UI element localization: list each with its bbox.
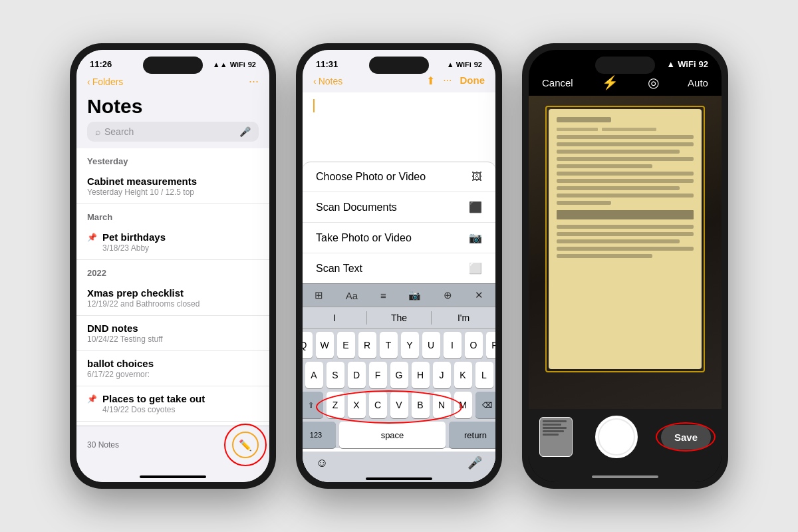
mic-icon-kb[interactable]: 🎤 [467, 456, 482, 470]
compose-button[interactable]: ✏️ [232, 432, 259, 458]
flash-icon[interactable]: ⚡ [602, 74, 618, 90]
lens-icon: ◎ [648, 74, 659, 90]
kb-row-2: A S D F G H J K L [305, 362, 493, 388]
key-o[interactable]: O [465, 332, 483, 358]
scan-text-label: Scan Text [316, 263, 362, 275]
key-t[interactable]: T [380, 332, 398, 358]
phone-note-editor: 11:31 ▲ WiFi 92 ‹ Notes ⬆ ··· Done [296, 43, 502, 489]
key-a[interactable]: A [305, 362, 323, 388]
key-v[interactable]: V [390, 392, 408, 418]
key-h[interactable]: H [412, 362, 430, 388]
camera-controls-top: Cancel ⚡ ◎ Auto [529, 72, 722, 96]
key-space[interactable]: space [339, 422, 446, 448]
suggestion-im[interactable]: I'm [432, 311, 495, 325]
editor-nav: ‹ Notes ⬆ ··· Done [303, 72, 495, 92]
pin-icon: 📌 [87, 233, 97, 242]
key-d[interactable]: D [348, 362, 366, 388]
key-f[interactable]: F [369, 362, 387, 388]
wifi-icon-3: WiFi [678, 59, 696, 69]
search-placeholder: Search [104, 126, 134, 137]
key-e[interactable]: E [337, 332, 355, 358]
menu-choose-photo[interactable]: Choose Photo or Video 🖼 [303, 162, 495, 192]
home-indicator-3 [592, 475, 658, 478]
home-indicator-2 [366, 477, 432, 480]
title-area: Notes ⌕ Search 🎤 [76, 94, 269, 148]
key-w[interactable]: W [316, 332, 334, 358]
status-icons-2: ▲ WiFi 92 [447, 61, 482, 68]
key-x[interactable]: X [348, 392, 366, 418]
mic-icon: 🎤 [239, 126, 251, 137]
back-to-notes[interactable]: ‹ Notes [313, 76, 342, 86]
key-m[interactable]: M [454, 392, 472, 418]
suggestion-i[interactable]: I [303, 311, 367, 325]
key-q[interactable]: Q [303, 332, 313, 358]
thumbnail-preview-content [540, 418, 572, 440]
menu-scan-documents[interactable]: Scan Documents ⬛ [303, 192, 495, 223]
scan-thumbnail[interactable] [539, 417, 573, 457]
list-icon[interactable]: ≡ [376, 289, 390, 303]
note-cabinet-measurements[interactable]: Cabinet measurements Yesterday Height 10… [76, 169, 269, 204]
take-photo-label: Take Photo or Video [316, 232, 412, 244]
key-s[interactable]: S [327, 362, 344, 388]
keyboard-toolbar: ⊞ Aa ≡ 📷 ⊕ ✕ [303, 283, 495, 307]
note-ballot-choices[interactable]: ballot choices 6/17/22 governor: [76, 351, 269, 386]
status-time-2: 11:31 [316, 59, 338, 69]
menu-take-photo[interactable]: Take Photo or Video 📷 [303, 223, 495, 253]
close-icon-kb[interactable]: ✕ [471, 288, 487, 303]
note-places-takeout[interactable]: 📌 Places to get take out 4/19/22 Dos coy… [76, 386, 269, 422]
editor-area[interactable]: Choose Photo or Video 🖼 Scan Documents ⬛… [303, 92, 495, 482]
key-return[interactable]: return [449, 422, 495, 448]
format-icon[interactable]: Aa [342, 289, 362, 303]
search-bar[interactable]: ⌕ Search 🎤 [87, 122, 259, 142]
ellipsis-icon-2[interactable]: ··· [443, 74, 452, 87]
search-icon-kb[interactable]: ⊕ [440, 288, 456, 303]
editor-nav-icons: ⬆ ··· Done [426, 74, 485, 87]
save-button-highlight-oval [656, 422, 716, 452]
scan-border-overlay [545, 106, 705, 372]
camera-view [529, 96, 722, 409]
note-dnd-notes[interactable]: DND notes 10/24/22 Testing stuff [76, 316, 269, 351]
notes-content: Yesterday Cabinet measurements Yesterday… [76, 148, 269, 426]
camera-icon-kb[interactable]: 📷 [404, 288, 425, 303]
scan-documents-label: Scan Documents [316, 201, 397, 213]
key-z[interactable]: Z [327, 392, 344, 418]
key-123[interactable]: 123 [303, 422, 336, 448]
done-button[interactable]: Done [460, 74, 485, 87]
key-g[interactable]: G [390, 362, 408, 388]
emoji-icon[interactable]: ☺ [316, 456, 328, 470]
key-delete[interactable]: ⌫ [475, 392, 496, 418]
suggestion-the[interactable]: The [367, 311, 432, 325]
note-count: 30 Notes [87, 440, 119, 450]
note-xmas-prep[interactable]: Xmas prep checklist 12/19/22 and Bathroo… [76, 281, 269, 316]
key-r[interactable]: R [358, 332, 376, 358]
shutter-button[interactable] [595, 416, 638, 458]
keyboard: Q W E R T Y U I O P A S D [303, 329, 495, 448]
key-j[interactable]: J [433, 362, 451, 388]
dynamic-island [143, 57, 203, 74]
key-shift[interactable]: ⇧ [303, 392, 323, 418]
section-yesterday: Yesterday [76, 148, 269, 169]
key-b[interactable]: B [412, 392, 430, 418]
share-icon[interactable]: ⬆ [426, 74, 435, 87]
back-to-folders[interactable]: ‹ Folders [87, 76, 123, 87]
key-y[interactable]: Y [401, 332, 419, 358]
key-p[interactable]: P [486, 332, 496, 358]
dynamic-island-3 [595, 57, 655, 74]
key-c[interactable]: C [369, 392, 387, 418]
table-icon[interactable]: ⊞ [311, 288, 327, 303]
menu-scan-text[interactable]: Scan Text ⬜ [303, 253, 495, 283]
wifi-icon: WiFi [230, 61, 245, 68]
ellipsis-button-1[interactable]: ··· [249, 74, 259, 88]
key-i[interactable]: I [444, 332, 462, 358]
key-u[interactable]: U [422, 332, 440, 358]
popup-menu: Choose Photo or Video 🖼 Scan Documents ⬛… [303, 162, 495, 482]
key-n[interactable]: N [433, 392, 451, 418]
phone-notes-list: 11:26 ▲▲ WiFi 92 ‹ Folders ··· Notes ⌕ S… [70, 43, 276, 489]
auto-label[interactable]: Auto [688, 77, 708, 88]
key-l[interactable]: L [475, 362, 493, 388]
key-k[interactable]: K [454, 362, 472, 388]
compose-icon: ✏️ [239, 439, 252, 452]
cancel-button[interactable]: Cancel [542, 77, 573, 88]
dynamic-island-2 [369, 57, 429, 74]
note-pet-birthdays[interactable]: 📌 Pet birthdays 3/18/23 Abby [76, 225, 269, 260]
